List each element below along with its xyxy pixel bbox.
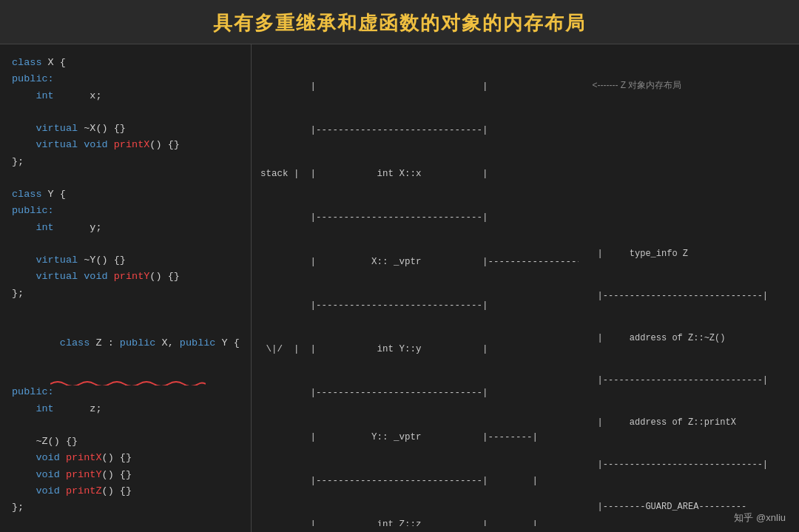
- wavy-underline-svg: [50, 378, 206, 385]
- title-bar: 具有多重继承和虚函数的对象的内存布局: [0, 0, 799, 44]
- code-class-z: class Z : public X, public Y { public: i…: [12, 318, 239, 516]
- diagram-main: | | |------------------------------| sta…: [260, 50, 579, 526]
- left-panel: class X { public: int x; virtual ~X() {}…: [0, 44, 252, 532]
- code-class-x: class X { public: int x; virtual ~X() {}…: [12, 55, 239, 170]
- main-content: class X { public: int x; virtual ~X() {}…: [0, 44, 799, 532]
- watermark: 知乎 @xnliu: [734, 511, 786, 525]
- title-text: 具有多重继承和虚函数的对象的内存布局: [213, 12, 586, 34]
- diagram-vtable: <------- Z 对象内存布局 | type_info Z |-------…: [579, 50, 793, 526]
- code-class-y: class Y { public: int y; virtual ~Y() {}…: [12, 186, 239, 302]
- right-panel: | | |------------------------------| sta…: [252, 44, 799, 532]
